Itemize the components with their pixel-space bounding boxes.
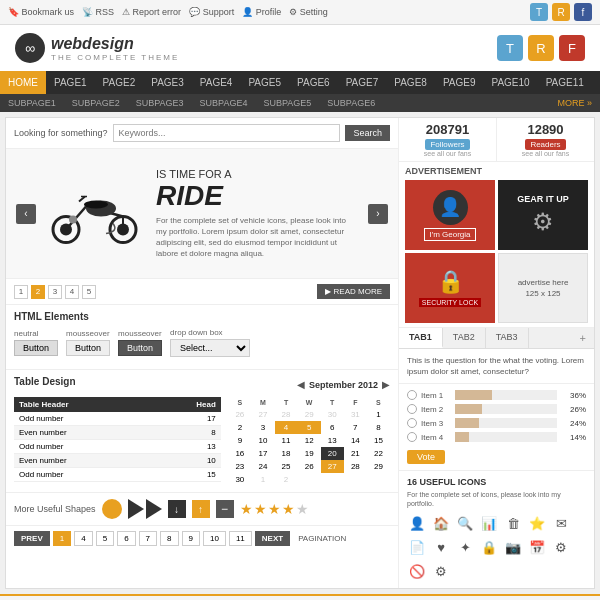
slide-dot-1[interactable]: 1 xyxy=(14,285,28,299)
icon-mail[interactable]: ✉ xyxy=(551,514,571,534)
poll-radio-3[interactable] xyxy=(407,418,417,428)
mouseover2-button[interactable]: Button xyxy=(118,340,162,356)
georgia-ad[interactable]: 👤 I'm Georgia xyxy=(405,180,495,250)
slide-dot-2[interactable]: 2 xyxy=(31,285,45,299)
cal-day[interactable]: 26 xyxy=(298,460,321,473)
subnav-item-2[interactable]: SUBPAGE2 xyxy=(64,94,128,112)
cal-day[interactable]: 11 xyxy=(275,434,298,447)
cal-day[interactable]: 12 xyxy=(298,434,321,447)
cal-day[interactable]: 14 xyxy=(344,434,367,447)
cal-day[interactable]: 2 xyxy=(228,421,251,434)
header-rss-icon[interactable]: R xyxy=(528,35,554,61)
cal-day[interactable]: 3 xyxy=(251,421,274,434)
icon-search[interactable]: 🔍 xyxy=(455,514,475,534)
cal-day[interactable]: 15 xyxy=(367,434,390,447)
icon-gear[interactable]: ⚙ xyxy=(551,538,571,558)
icon-diamond[interactable]: ✦ xyxy=(455,538,475,558)
nav-page2[interactable]: PAGE2 xyxy=(95,71,144,94)
slide-dot-3[interactable]: 3 xyxy=(48,285,62,299)
cal-day[interactable]: 1 xyxy=(251,473,274,486)
cal-day[interactable]: 2 xyxy=(275,473,298,486)
tab-plus[interactable]: + xyxy=(572,328,594,348)
readers-button[interactable]: Readers xyxy=(525,139,565,150)
dropdown-select[interactable]: Select... xyxy=(170,339,250,357)
cal-day[interactable]: 27 xyxy=(251,408,274,421)
cal-day[interactable]: 29 xyxy=(367,460,390,473)
facebook-icon[interactable]: f xyxy=(574,3,592,21)
cal-day[interactable]: 27 xyxy=(321,460,344,473)
icon-lock[interactable]: 🔒 xyxy=(479,538,499,558)
cal-day[interactable]: 29 xyxy=(298,408,321,421)
neutral-button[interactable]: Button xyxy=(14,340,58,356)
cal-day[interactable]: 5 xyxy=(298,421,321,434)
twitter-icon[interactable]: T xyxy=(530,3,548,21)
icon-star[interactable]: ⭐ xyxy=(527,514,547,534)
cal-day[interactable]: 13 xyxy=(321,434,344,447)
poll-radio-1[interactable] xyxy=(407,390,417,400)
cal-day[interactable]: 1 xyxy=(367,408,390,421)
subnav-item-1[interactable]: SUBPAGE1 xyxy=(0,94,64,112)
nav-page9[interactable]: PAGE9 xyxy=(435,71,484,94)
page-10[interactable]: 10 xyxy=(203,531,226,546)
slider-next-arrow[interactable]: › xyxy=(368,204,388,224)
icon-chart[interactable]: 📊 xyxy=(479,514,499,534)
setting-link[interactable]: ⚙ Setting xyxy=(289,7,328,17)
cal-day[interactable]: 25 xyxy=(275,460,298,473)
cal-day[interactable]: 30 xyxy=(228,473,251,486)
icon-camera[interactable]: 📷 xyxy=(503,538,523,558)
cal-day[interactable]: 8 xyxy=(367,421,390,434)
page-11[interactable]: 11 xyxy=(229,531,252,546)
nav-page7[interactable]: PAGE7 xyxy=(338,71,387,94)
subnav-more[interactable]: MORE » xyxy=(549,94,600,112)
cal-day[interactable]: 16 xyxy=(228,447,251,460)
gear-ad[interactable]: GEAR IT UP ⚙ xyxy=(498,180,588,250)
cal-prev-arrow[interactable]: ◀ xyxy=(297,379,305,390)
subnav-item-4[interactable]: SUBPAGE4 xyxy=(192,94,256,112)
nav-page6[interactable]: PAGE6 xyxy=(289,71,338,94)
security-lock-ad[interactable]: 🔒 SECURITY LOCK xyxy=(405,253,495,323)
cal-day[interactable]: 31 xyxy=(344,408,367,421)
nav-page10[interactable]: PAGE10 xyxy=(483,71,537,94)
icon-person[interactable]: 👤 xyxy=(407,514,427,534)
support-link[interactable]: 💬 Support xyxy=(189,7,234,17)
cal-day[interactable]: 23 xyxy=(228,460,251,473)
nav-home[interactable]: HOME xyxy=(0,71,46,94)
vote-button[interactable]: Vote xyxy=(407,450,445,464)
icon-trash[interactable]: 🗑 xyxy=(503,514,523,534)
cal-day[interactable]: 18 xyxy=(275,447,298,460)
cal-day[interactable]: 30 xyxy=(321,408,344,421)
icon-calendar[interactable]: 📅 xyxy=(527,538,547,558)
icon-block[interactable]: 🚫 xyxy=(407,562,427,582)
profile-link[interactable]: 👤 Profile xyxy=(242,7,281,17)
cal-day[interactable]: 4 xyxy=(275,421,298,434)
tab-1[interactable]: TAB1 xyxy=(399,328,443,348)
next-button[interactable]: NEXT xyxy=(255,531,290,546)
logo[interactable]: ∞ webdesign THE COMPLETE THEME xyxy=(15,33,179,63)
subnav-item-5[interactable]: SUBPAGE5 xyxy=(255,94,319,112)
cal-day[interactable]: 10 xyxy=(251,434,274,447)
report-link[interactable]: ⚠ Report error xyxy=(122,7,181,17)
mouseover1-button[interactable]: Button xyxy=(66,340,110,356)
cal-next-arrow[interactable]: ▶ xyxy=(382,379,390,390)
page-6[interactable]: 6 xyxy=(117,531,135,546)
slide-dot-4[interactable]: 4 xyxy=(65,285,79,299)
prev-button[interactable]: PREV xyxy=(14,531,50,546)
nav-page3[interactable]: PAGE3 xyxy=(143,71,192,94)
search-input[interactable] xyxy=(113,124,341,142)
slide-dot-5[interactable]: 5 xyxy=(82,285,96,299)
nav-page1[interactable]: PAGE1 xyxy=(46,71,95,94)
bookmark-link[interactable]: 🔖 Bookmark us xyxy=(8,7,74,17)
cal-day[interactable]: 19 xyxy=(298,447,321,460)
followers-button[interactable]: Followers xyxy=(425,139,469,150)
cal-day[interactable]: 17 xyxy=(251,447,274,460)
rss-icon[interactable]: R xyxy=(552,3,570,21)
page-5[interactable]: 5 xyxy=(96,531,114,546)
poll-radio-2[interactable] xyxy=(407,404,417,414)
poll-radio-4[interactable] xyxy=(407,432,417,442)
cal-day[interactable]: 7 xyxy=(344,421,367,434)
header-facebook-icon[interactable]: F xyxy=(559,35,585,61)
cal-day[interactable]: 21 xyxy=(344,447,367,460)
header-twitter-icon[interactable]: T xyxy=(497,35,523,61)
page-8[interactable]: 8 xyxy=(160,531,178,546)
search-button[interactable]: Search xyxy=(345,125,390,141)
